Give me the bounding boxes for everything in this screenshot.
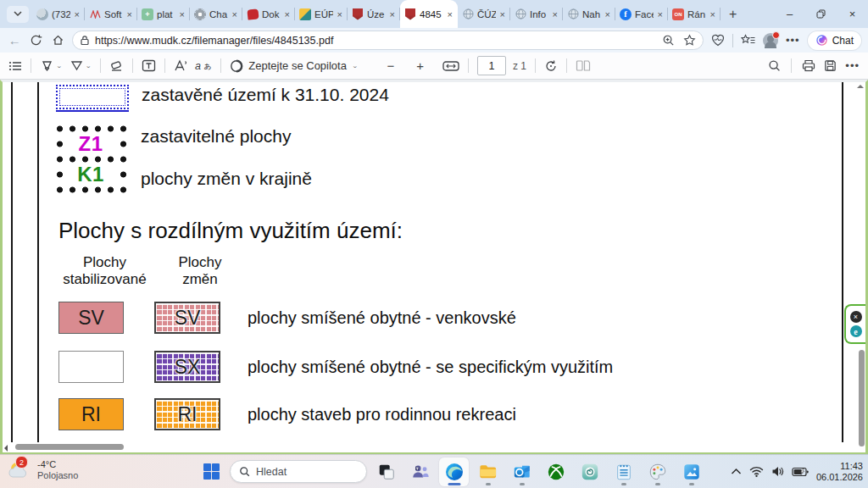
teams-icon[interactable] [405,458,435,486]
tab-dok[interactable]: Dok × [242,0,295,28]
start-button[interactable] [197,458,225,486]
back-button[interactable]: ← [7,32,23,49]
swatch-sx-hatched: SX [154,351,220,383]
tab-close-icon[interactable]: × [604,9,611,19]
swatch-ri-solid: RI [58,398,124,430]
flyout-e-icon[interactable]: e [850,325,862,337]
tab-close-icon[interactable]: × [447,9,453,19]
url-field[interactable]: https://www.mudk.cz/filemanager/files/48… [72,30,704,50]
news-favicon-icon: ON [672,8,684,20]
scroll-up-arrow-icon[interactable] [857,85,864,88]
date: 06.01.2026 [816,472,863,483]
zoom-page-icon[interactable] [662,34,675,47]
tab-nah[interactable]: Nah × [563,0,615,28]
page-number-input[interactable]: 1 [477,56,506,75]
profile-avatar[interactable] [763,33,778,48]
copilot-icon [815,34,828,47]
horizontal-scrollbar[interactable] [4,443,854,452]
favorite-star-icon[interactable] [683,34,696,47]
tab-close-icon[interactable]: × [499,9,506,19]
add-text-button[interactable] [142,59,156,72]
zoom-in-button[interactable]: + [416,58,424,73]
search-placeholder: Hledat [256,466,287,478]
search-document-button[interactable] [768,59,781,72]
task-view-button[interactable] [371,458,401,486]
refresh-button[interactable] [29,32,45,49]
highlighter-button[interactable]: ⌄ [40,59,63,72]
tab-close-icon[interactable]: × [552,9,559,19]
tab-close-icon[interactable]: × [126,9,133,19]
vertical-scroll-thumb[interactable] [859,350,865,446]
tab-cha[interactable]: Cha × [190,0,242,28]
edge-icon[interactable] [439,458,469,486]
chevron-down-icon[interactable]: ⌄ [86,63,92,69]
weather-widget[interactable]: 2 -4°C Polojasno [7,458,78,482]
more-options-icon[interactable]: ••• [845,59,860,72]
section-heading: Plochy s rozdílným využitím území: [58,218,403,244]
settings-menu-icon[interactable]: ••• [786,34,800,47]
tab-uze[interactable]: Úze × [348,0,400,28]
tab-search-button[interactable] [7,6,29,23]
clock[interactable]: 11:43 06.01.2026 [816,461,863,483]
tab-close-icon[interactable]: × [231,9,238,19]
tab-close-icon[interactable]: × [709,9,716,19]
page-view-button[interactable] [576,59,591,72]
volume-icon[interactable] [771,466,784,477]
taskbar-search-input[interactable]: Hledat [230,460,367,483]
tray-expand-icon[interactable] [731,468,742,475]
toc-button[interactable] [8,60,22,72]
scroll-left-arrow-icon[interactable] [4,445,8,452]
fit-width-button[interactable] [442,60,459,72]
favorites-bar-icon[interactable] [741,34,755,47]
tab-close-icon[interactable]: × [284,9,291,19]
paint-icon[interactable] [643,458,672,486]
draw-pen-button[interactable]: ⌄ [70,59,92,72]
tab-close-icon[interactable]: × [179,9,186,19]
teal-app-icon[interactable] [575,458,604,486]
ask-copilot-button[interactable]: Zeptejte se Copilota ⌄ [230,59,358,73]
tab-info[interactable]: Info × [510,0,563,28]
home-button[interactable] [50,32,66,49]
new-tab-button[interactable]: + [721,7,745,22]
restore-button[interactable] [805,0,837,28]
flyout-close-icon[interactable]: × [850,311,862,323]
swatch-sx-empty [58,351,124,383]
tab-close-icon[interactable]: × [657,9,664,19]
read-aloud-button[interactable] [174,59,188,72]
tab-soft[interactable]: Soft × [85,0,137,28]
tab-ran[interactable]: ON Rán × [668,0,721,28]
file-explorer-icon[interactable] [473,458,503,486]
tab-active-pdf[interactable]: 4845 × [400,0,458,28]
tab-eup[interactable]: EÚP × [295,0,348,28]
tab-close-icon[interactable]: × [74,9,81,19]
chevron-down-icon[interactable]: ⌄ [352,63,359,69]
chevron-down-icon[interactable]: ⌄ [56,63,63,69]
tab-cuz[interactable]: ČÚZ × [458,0,510,28]
browser-essentials-icon[interactable] [711,34,725,47]
zoom-out-button[interactable]: − [387,58,394,73]
copilot-icon [230,59,243,73]
horizontal-scroll-thumb[interactable] [15,444,124,450]
eraser-button[interactable] [109,59,124,72]
tab-dove[interactable]: (732 × [32,0,85,28]
tab-close-icon[interactable]: × [389,9,396,19]
outlook-icon[interactable] [507,458,537,486]
save-button[interactable] [824,59,837,72]
rotate-button[interactable] [544,59,558,72]
translate-button[interactable]: aぁ [195,59,212,72]
gear-favicon-icon [194,8,206,20]
tab-facebook[interactable]: f Face × [615,0,668,28]
copilot-chat-button[interactable]: Chat [808,31,861,50]
minimize-button[interactable]: – [774,0,805,28]
tab-close-icon[interactable]: × [337,9,343,19]
wifi-icon[interactable] [749,466,764,477]
xbox-icon[interactable] [541,458,570,486]
close-window-button[interactable]: × [837,0,868,28]
notepad-icon[interactable] [609,458,638,486]
battery-icon[interactable] [792,467,809,477]
print-button[interactable] [802,59,815,72]
photos-icon[interactable] [676,458,706,486]
tab-plat[interactable]: + plat × [137,0,190,28]
column-header-stabilized: Plochy stabilizované [60,254,149,288]
pdf-toolbar: ⌄ ⌄ aぁ Zeptejte se Copilota ⌄ − + 1 z 1 [0,53,868,80]
